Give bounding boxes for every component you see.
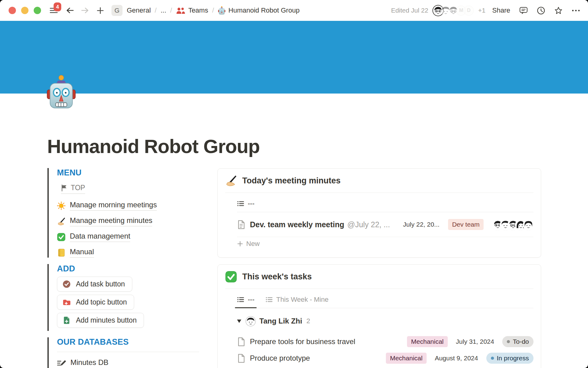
share-button[interactable]: Share (492, 6, 510, 14)
task-title[interactable]: Prepare tools for business travel (250, 337, 355, 346)
comment-icon (519, 6, 528, 15)
view-tabs: --- (237, 193, 533, 212)
menu-item-label: Data management (70, 232, 130, 242)
more-options-button[interactable] (572, 6, 580, 15)
plus-icon (237, 241, 243, 247)
add-button-label: Add task button (76, 280, 125, 288)
page-icon (237, 337, 245, 347)
breadcrumb-current-page[interactable]: Humanoid Robot Group (228, 6, 300, 14)
compose-icon (57, 359, 66, 368)
menu-heading: MENU (57, 168, 202, 178)
attendee-avatars (493, 220, 533, 230)
task-title[interactable]: Produce prototype (250, 354, 310, 362)
writing-hand-icon (57, 217, 66, 226)
minutes-db-link[interactable]: Minutes DB (57, 358, 108, 368)
breadcrumb-ellipsis[interactable]: ... (160, 6, 166, 14)
tab-this-week-mine[interactable]: This Week - Mine (266, 296, 329, 304)
history-button[interactable] (537, 6, 545, 15)
tab-label: --- (248, 296, 254, 304)
sidebar-toggle-button[interactable]: 4 (50, 7, 58, 14)
robot-emoji-icon (218, 6, 225, 15)
status-badge: In progress (486, 353, 533, 364)
status-dot (507, 340, 510, 343)
avatar-overflow-count[interactable]: +1 (478, 7, 485, 14)
comments-button[interactable] (519, 6, 528, 15)
add-topic-button[interactable]: Add topic button (57, 295, 134, 310)
list-view-icon (237, 201, 244, 207)
category-tag: Mechanical (386, 353, 426, 364)
back-arrow-icon (66, 7, 74, 14)
window-titlebar: 4 G General / ... / Teams / Humanoid Rob… (0, 0, 588, 21)
new-page-button[interactable] (96, 7, 104, 14)
menu-top-label: TOP (71, 184, 85, 192)
breadcrumb-general[interactable]: General (127, 6, 151, 14)
meeting-minutes-card: Today's meeting minutes --- Dev. team we… (217, 168, 541, 258)
page-icon-robot[interactable] (47, 74, 76, 109)
tab-default-view[interactable]: --- (237, 200, 254, 208)
group-header[interactable]: Tang Lik Zhi 2 (237, 314, 533, 328)
menu-link-top[interactable]: TOP (61, 184, 85, 194)
tab-label: --- (248, 200, 254, 208)
avatar-initial-d[interactable]: D (464, 6, 474, 16)
page-title[interactable]: Humanoid Robot Group (47, 135, 260, 157)
tab-default-view[interactable]: --- (237, 296, 254, 304)
add-task-button[interactable]: Add task button (57, 277, 132, 292)
titlebar-actions: Edited Jul 22 M D +1 Share (391, 6, 580, 16)
zoom-window-button[interactable] (34, 7, 41, 14)
card-header: This week's tasks (225, 265, 533, 289)
status-badge: To-do (502, 336, 533, 347)
menu-link-data-management[interactable]: Data management (57, 232, 202, 242)
forward-arrow-icon (81, 7, 89, 14)
task-row[interactable]: Prepare tools for business travel Mechan… (237, 333, 533, 350)
minimize-window-button[interactable] (21, 7, 28, 14)
card-title: Today's meeting minutes (242, 176, 341, 186)
traffic-lights (9, 7, 41, 14)
close-window-button[interactable] (9, 7, 16, 14)
forward-button[interactable] (81, 7, 89, 14)
viewer-avatars: M D (433, 6, 474, 16)
menu-link-manual[interactable]: Manual (57, 247, 202, 258)
view-tabs: --- This Week - Mine (237, 289, 533, 308)
add-button-label: Add minutes button (76, 316, 137, 324)
check-mark-icon (225, 271, 237, 283)
due-date: August 9, 2024 (435, 355, 478, 362)
notification-badge: 4 (54, 2, 61, 11)
task-row[interactable]: Produce prototype Mechanical August 9, 2… (237, 350, 533, 366)
meeting-title[interactable]: Dev. team weekly meeting (250, 220, 344, 229)
group-count: 2 (307, 317, 310, 325)
workspace-badge[interactable]: G (111, 5, 123, 16)
due-date: July 31, 2024 (456, 338, 494, 345)
page-icon (237, 354, 245, 363)
notion-window: 4 G General / ... / Teams / Humanoid Rob… (0, 0, 588, 368)
add-minutes-button[interactable]: Add minutes button (57, 313, 144, 328)
avatar (246, 316, 255, 326)
meeting-row[interactable]: Dev. team weekly meeting @July 22, ... J… (237, 212, 533, 237)
collapse-triangle-icon[interactable] (237, 320, 241, 323)
left-column: MENU TOP Manage morning meetings Manage … (47, 168, 202, 368)
back-button[interactable] (66, 7, 74, 14)
breadcrumb-separator: / (155, 6, 156, 14)
menu-link-meeting-minutes[interactable]: Manage meeting minutes (57, 216, 202, 226)
page-cover[interactable] (0, 21, 588, 94)
breadcrumb-teams[interactable]: Teams (188, 6, 208, 14)
favorite-button[interactable] (554, 6, 563, 15)
last-edited-label: Edited Jul 22 (391, 7, 428, 14)
clock-icon (537, 6, 545, 15)
add-section: ADD Add task button Add topic button Add… (47, 264, 202, 331)
menu-link-morning-meetings[interactable]: Manage morning meetings (57, 201, 202, 211)
plus-icon (96, 7, 104, 14)
teams-icon (176, 7, 185, 14)
star-icon (554, 6, 563, 15)
breadcrumb-separator: / (212, 6, 214, 14)
date-mention: @July 22, ... (347, 220, 390, 229)
card-header: Today's meeting minutes (225, 169, 533, 193)
list-view-icon (237, 297, 244, 303)
folder-plus-icon (62, 298, 71, 306)
page-icon (237, 220, 245, 229)
team-tag: Dev team (448, 219, 484, 230)
menu-item-label: Manual (70, 247, 94, 258)
writing-hand-icon (225, 175, 237, 187)
category-tag: Mechanical (407, 336, 447, 347)
meeting-date: July 22, 20... (403, 221, 439, 228)
new-meeting-button[interactable]: New (237, 237, 533, 251)
